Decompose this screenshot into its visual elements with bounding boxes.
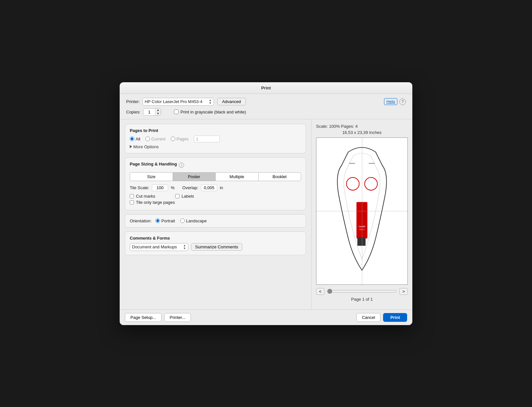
comments-forms-section: Comments & Forms Document and Markups ▲ … [125, 231, 306, 255]
right-panel: Scale: 100% Pages: 4 16,53 x 23,39 Inche… [312, 119, 412, 309]
radio-pages: Pages [171, 137, 189, 141]
page-slider[interactable] [327, 289, 397, 294]
radio-all-label: All [136, 137, 140, 141]
tile-scale-input[interactable] [152, 184, 168, 191]
radio-current-label: Current [151, 137, 165, 141]
copies-label: Copies: [126, 110, 140, 114]
tab-booklet[interactable]: Booklet [259, 172, 301, 181]
grayscale-wrap: Print in grayscale (black and white) [174, 110, 246, 114]
info-icon[interactable]: i [179, 163, 184, 168]
cut-marks-checkbox[interactable] [130, 194, 134, 198]
tile-scale-unit: % [171, 185, 175, 190]
printer-select[interactable]: HP Color LaserJet Pro M453-4 ▲ ▼ [142, 98, 214, 106]
tile-scale-row: Tile Scale: % Overlap: in [130, 184, 301, 191]
tile-scale-label: Tile Scale: [130, 185, 149, 190]
cancel-button[interactable]: Cancel [356, 313, 380, 322]
comments-select-value: Document and Markups [132, 244, 181, 249]
footer-right: Cancel Print [356, 313, 407, 322]
overlap-unit: in [220, 185, 223, 190]
more-options-label: More Options [133, 144, 159, 149]
radio-pages-label: Pages [177, 137, 189, 141]
help-link[interactable]: Help [384, 98, 397, 105]
pages-to-print-section: Pages to Print All Current Pages [125, 124, 306, 153]
svg-point-5 [365, 177, 377, 190]
pages-number-input[interactable] [194, 136, 220, 142]
grayscale-checkbox[interactable] [174, 110, 179, 114]
copies-down-button[interactable]: ▼ [155, 112, 161, 115]
preview-nav-row: < > [316, 288, 408, 295]
tab-poster[interactable]: Poster [173, 172, 216, 181]
prev-page-button[interactable]: < [316, 288, 325, 295]
help-area: Help ? [384, 98, 406, 105]
radio-landscape: Landscape [180, 218, 207, 223]
summarize-button[interactable]: Summarize Comments [191, 243, 242, 251]
radio-current-input[interactable] [145, 137, 150, 141]
comments-select-arrows: ▲ ▼ [183, 244, 186, 250]
labels-checkbox[interactable] [175, 194, 180, 198]
svg-point-4 [346, 177, 359, 190]
radio-landscape-input[interactable] [180, 218, 185, 223]
copies-input-wrap: ▲ ▼ [143, 108, 161, 116]
help-icon[interactable]: ? [399, 98, 406, 105]
print-dialog: Print Printer: HP Color LaserJet Pro M45… [120, 82, 412, 325]
more-options-triangle [130, 145, 132, 148]
print-button[interactable]: Print [383, 313, 407, 322]
body: Pages to Print All Current Pages [120, 119, 412, 309]
left-panel: Pages to Print All Current Pages [120, 119, 312, 309]
preview-frame: 1addle CUT 2 LMASE ONE SHOULDER CHOSEN S… [316, 138, 408, 285]
radio-landscape-label: Landscape [186, 218, 207, 223]
radio-all: All [130, 137, 140, 141]
printer-value: HP Color LaserJet Pro M453-4 [145, 99, 207, 104]
cut-marks-label: Cut marks [136, 194, 155, 199]
overlap-label: Overlap: [182, 185, 198, 190]
printer-arrows: ▲ ▼ [209, 99, 212, 105]
comments-select[interactable]: Document and Markups ▲ ▼ [130, 243, 188, 251]
radio-pages-input[interactable] [171, 137, 175, 141]
printer-label: Printer: [126, 99, 140, 104]
labels-label: Labels [181, 194, 194, 199]
page-sizing-title: Page Sizing & Handling [130, 162, 177, 166]
radio-portrait: Portrait [155, 218, 175, 223]
footer: Page Setup... Printer... Cancel Print [120, 309, 412, 325]
page-sizing-section: Page Sizing & Handling i Size Poster Mul… [125, 157, 306, 210]
page-sizing-tabs: Size Poster Multiple Booklet [130, 172, 301, 181]
grayscale-label: Print in grayscale (black and white) [180, 110, 246, 114]
cut-marks-row: Cut marks Labels [130, 194, 301, 199]
header-section: Printer: HP Color LaserJet Pro M453-4 ▲ … [120, 94, 412, 119]
tile-large-row: Tile only large pages [130, 200, 301, 205]
preview-horizontal-dashed [316, 211, 407, 211]
comments-row: Document and Markups ▲ ▼ Summarize Comme… [130, 243, 301, 251]
orientation-section: Orientation: Portrait Landscape [125, 214, 306, 228]
next-page-button[interactable]: > [399, 288, 408, 295]
dialog-title: Print [261, 85, 271, 90]
orientation-label: Orientation: [130, 218, 152, 223]
tab-size[interactable]: Size [130, 172, 173, 181]
radio-all-input[interactable] [130, 137, 134, 141]
radio-portrait-label: Portrait [161, 218, 175, 223]
copies-up-button[interactable]: ▲ [155, 109, 161, 112]
radio-current: Current [145, 137, 165, 141]
preview-scale-info: Scale: 100% Pages: 4 [316, 124, 408, 129]
radio-portrait-input[interactable] [155, 218, 160, 223]
tab-multiple[interactable]: Multiple [216, 172, 259, 181]
page-setup-button[interactable]: Page Setup... [125, 313, 162, 322]
preview-size-info: 16,53 x 23,39 Inches [316, 130, 408, 135]
printer-button[interactable]: Printer... [164, 313, 191, 322]
svg-rect-1 [357, 237, 366, 245]
pages-radio-group: All Current Pages [130, 136, 301, 142]
svg-text:CHOSEN SADDLE: CHOSEN SADDLE [354, 220, 356, 234]
comments-forms-title: Comments & Forms [130, 236, 301, 241]
page-sizing-title-row: Page Sizing & Handling i [130, 162, 301, 169]
advanced-button[interactable]: Advanced [217, 98, 246, 105]
more-options-row[interactable]: More Options [130, 144, 301, 149]
overlap-input[interactable] [201, 184, 217, 191]
tile-large-checkbox[interactable] [130, 200, 134, 204]
copies-arrows: ▲ ▼ [155, 109, 161, 115]
footer-left: Page Setup... Printer... [125, 313, 191, 322]
orientation-group: Portrait Landscape [155, 218, 207, 223]
dialog-titlebar: Print [120, 82, 412, 94]
copies-input[interactable] [143, 109, 155, 115]
tile-large-label: Tile only large pages [136, 200, 175, 205]
pages-to-print-title: Pages to Print [130, 128, 301, 133]
page-info: Page 1 of 1 [316, 297, 408, 302]
